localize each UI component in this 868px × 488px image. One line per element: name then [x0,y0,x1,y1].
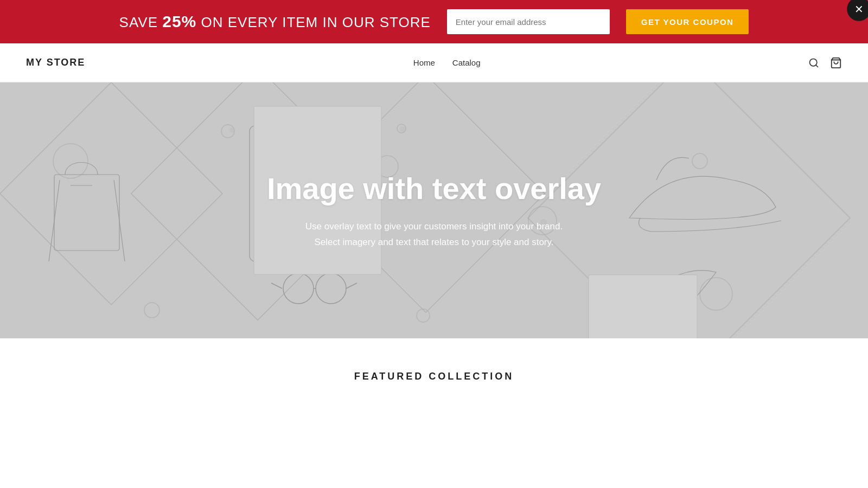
nav-links: Home Catalog [85,58,808,68]
promo-discount: 25% [162,12,196,30]
promo-text-after: ON EVERY ITEM IN OUR STORE [196,14,431,30]
navbar: MY STORE Home Catalog [0,43,868,82]
svg-line-1 [816,65,818,67]
hero-title: Image with text overlay [267,171,601,206]
featured-collection-title: FEATURED COLLECTION [26,371,842,382]
store-logo[interactable]: MY STORE [26,57,85,68]
search-button[interactable] [808,57,819,68]
promo-text: SAVE 25% ON EVERY ITEM IN OUR STORE [119,12,431,31]
nav-link-catalog[interactable]: Catalog [452,58,481,67]
hero-content: Image with text overlay Use overlay text… [267,171,601,251]
hero-subtitle: Use overlay text to give your customers … [267,219,601,251]
nav-link-home[interactable]: Home [413,58,435,67]
promo-banner: SAVE 25% ON EVERY ITEM IN OUR STORE GET … [0,0,868,43]
svg-rect-34 [589,275,697,338]
search-icon [808,57,819,68]
hero-subtitle-line2: Select imagery and text that relates to … [315,237,554,247]
hero-subtitle-line1: Use overlay text to give your customers … [305,221,563,232]
nav-item-catalog[interactable]: Catalog [452,58,481,68]
cart-icon [830,57,842,69]
email-input[interactable] [447,9,610,34]
svg-point-18 [229,127,235,133]
nav-item-home[interactable]: Home [413,58,435,68]
svg-point-19 [400,126,405,132]
cart-button[interactable] [830,57,842,69]
featured-section: FEATURED COLLECTION [0,338,868,404]
nav-icons [808,57,842,69]
close-icon: ✕ [854,4,864,15]
close-banner-button[interactable]: ✕ [847,0,868,21]
coupon-button[interactable]: GET YOUR COUPON [626,9,749,34]
hero-section: Image with text overlay Use overlay text… [0,82,868,338]
